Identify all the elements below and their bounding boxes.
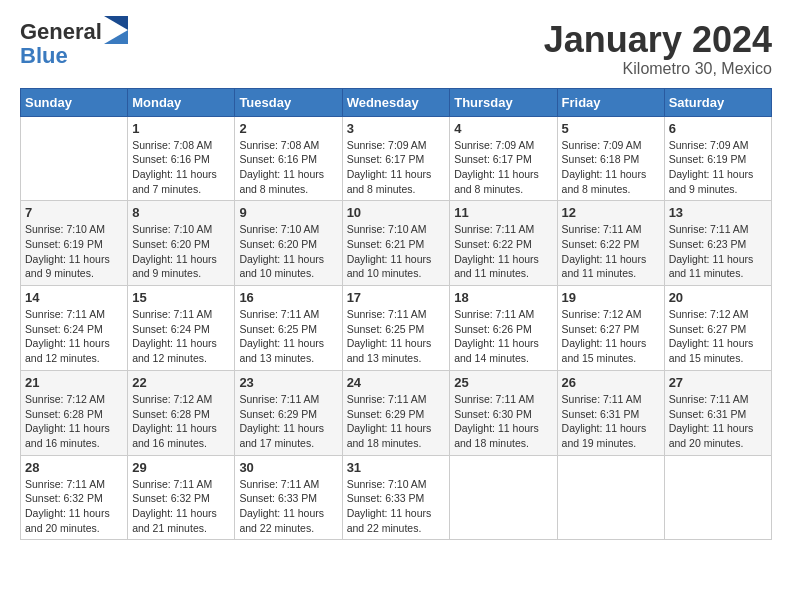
day-info: Sunrise: 7:09 AM Sunset: 6:19 PM Dayligh… <box>669 138 767 197</box>
day-number: 24 <box>347 375 446 390</box>
calendar-header-row: SundayMondayTuesdayWednesdayThursdayFrid… <box>21 88 772 116</box>
calendar-cell: 22Sunrise: 7:12 AM Sunset: 6:28 PM Dayli… <box>128 370 235 455</box>
day-number: 19 <box>562 290 660 305</box>
day-number: 25 <box>454 375 552 390</box>
day-number: 1 <box>132 121 230 136</box>
day-info: Sunrise: 7:12 AM Sunset: 6:28 PM Dayligh… <box>132 392 230 451</box>
calendar-cell: 12Sunrise: 7:11 AM Sunset: 6:22 PM Dayli… <box>557 201 664 286</box>
day-info: Sunrise: 7:10 AM Sunset: 6:20 PM Dayligh… <box>239 222 337 281</box>
logo-general: General <box>20 20 102 44</box>
day-number: 3 <box>347 121 446 136</box>
month-title: January 2024 <box>544 20 772 60</box>
logo-icon <box>104 16 128 44</box>
calendar-cell: 16Sunrise: 7:11 AM Sunset: 6:25 PM Dayli… <box>235 286 342 371</box>
day-number: 10 <box>347 205 446 220</box>
day-info: Sunrise: 7:09 AM Sunset: 6:18 PM Dayligh… <box>562 138 660 197</box>
day-number: 30 <box>239 460 337 475</box>
day-number: 18 <box>454 290 552 305</box>
day-info: Sunrise: 7:10 AM Sunset: 6:20 PM Dayligh… <box>132 222 230 281</box>
day-number: 8 <box>132 205 230 220</box>
day-info: Sunrise: 7:11 AM Sunset: 6:29 PM Dayligh… <box>347 392 446 451</box>
header-sunday: Sunday <box>21 88 128 116</box>
day-number: 6 <box>669 121 767 136</box>
svg-marker-0 <box>104 30 128 44</box>
calendar-week-row: 7Sunrise: 7:10 AM Sunset: 6:19 PM Daylig… <box>21 201 772 286</box>
header-monday: Monday <box>128 88 235 116</box>
day-info: Sunrise: 7:11 AM Sunset: 6:25 PM Dayligh… <box>239 307 337 366</box>
calendar-cell: 24Sunrise: 7:11 AM Sunset: 6:29 PM Dayli… <box>342 370 450 455</box>
title-block: January 2024 Kilometro 30, Mexico <box>544 20 772 78</box>
day-info: Sunrise: 7:11 AM Sunset: 6:23 PM Dayligh… <box>669 222 767 281</box>
calendar-cell: 28Sunrise: 7:11 AM Sunset: 6:32 PM Dayli… <box>21 455 128 540</box>
day-number: 26 <box>562 375 660 390</box>
calendar-cell: 23Sunrise: 7:11 AM Sunset: 6:29 PM Dayli… <box>235 370 342 455</box>
day-number: 28 <box>25 460 123 475</box>
day-info: Sunrise: 7:11 AM Sunset: 6:31 PM Dayligh… <box>562 392 660 451</box>
calendar-cell: 7Sunrise: 7:10 AM Sunset: 6:19 PM Daylig… <box>21 201 128 286</box>
day-info: Sunrise: 7:12 AM Sunset: 6:28 PM Dayligh… <box>25 392 123 451</box>
calendar-cell: 11Sunrise: 7:11 AM Sunset: 6:22 PM Dayli… <box>450 201 557 286</box>
header-tuesday: Tuesday <box>235 88 342 116</box>
day-number: 31 <box>347 460 446 475</box>
calendar-cell: 21Sunrise: 7:12 AM Sunset: 6:28 PM Dayli… <box>21 370 128 455</box>
calendar-cell <box>450 455 557 540</box>
day-number: 4 <box>454 121 552 136</box>
header-friday: Friday <box>557 88 664 116</box>
calendar-cell: 29Sunrise: 7:11 AM Sunset: 6:32 PM Dayli… <box>128 455 235 540</box>
day-info: Sunrise: 7:11 AM Sunset: 6:24 PM Dayligh… <box>25 307 123 366</box>
svg-marker-1 <box>104 16 128 30</box>
day-info: Sunrise: 7:11 AM Sunset: 6:30 PM Dayligh… <box>454 392 552 451</box>
calendar-cell: 13Sunrise: 7:11 AM Sunset: 6:23 PM Dayli… <box>664 201 771 286</box>
calendar-cell: 30Sunrise: 7:11 AM Sunset: 6:33 PM Dayli… <box>235 455 342 540</box>
day-number: 9 <box>239 205 337 220</box>
day-number: 20 <box>669 290 767 305</box>
day-number: 11 <box>454 205 552 220</box>
day-number: 14 <box>25 290 123 305</box>
day-info: Sunrise: 7:11 AM Sunset: 6:33 PM Dayligh… <box>239 477 337 536</box>
calendar-week-row: 14Sunrise: 7:11 AM Sunset: 6:24 PM Dayli… <box>21 286 772 371</box>
calendar-cell: 17Sunrise: 7:11 AM Sunset: 6:25 PM Dayli… <box>342 286 450 371</box>
calendar-cell: 26Sunrise: 7:11 AM Sunset: 6:31 PM Dayli… <box>557 370 664 455</box>
day-number: 12 <box>562 205 660 220</box>
day-info: Sunrise: 7:12 AM Sunset: 6:27 PM Dayligh… <box>669 307 767 366</box>
day-number: 23 <box>239 375 337 390</box>
calendar-cell: 27Sunrise: 7:11 AM Sunset: 6:31 PM Dayli… <box>664 370 771 455</box>
day-number: 27 <box>669 375 767 390</box>
day-info: Sunrise: 7:11 AM Sunset: 6:29 PM Dayligh… <box>239 392 337 451</box>
day-info: Sunrise: 7:08 AM Sunset: 6:16 PM Dayligh… <box>239 138 337 197</box>
day-info: Sunrise: 7:11 AM Sunset: 6:22 PM Dayligh… <box>562 222 660 281</box>
day-number: 2 <box>239 121 337 136</box>
header-saturday: Saturday <box>664 88 771 116</box>
day-info: Sunrise: 7:10 AM Sunset: 6:33 PM Dayligh… <box>347 477 446 536</box>
calendar-cell <box>664 455 771 540</box>
calendar-cell: 8Sunrise: 7:10 AM Sunset: 6:20 PM Daylig… <box>128 201 235 286</box>
calendar-cell: 9Sunrise: 7:10 AM Sunset: 6:20 PM Daylig… <box>235 201 342 286</box>
calendar-cell: 20Sunrise: 7:12 AM Sunset: 6:27 PM Dayli… <box>664 286 771 371</box>
day-number: 5 <box>562 121 660 136</box>
calendar-cell: 3Sunrise: 7:09 AM Sunset: 6:17 PM Daylig… <box>342 116 450 201</box>
calendar-cell <box>21 116 128 201</box>
calendar-cell: 10Sunrise: 7:10 AM Sunset: 6:21 PM Dayli… <box>342 201 450 286</box>
day-info: Sunrise: 7:12 AM Sunset: 6:27 PM Dayligh… <box>562 307 660 366</box>
day-info: Sunrise: 7:11 AM Sunset: 6:32 PM Dayligh… <box>132 477 230 536</box>
day-number: 21 <box>25 375 123 390</box>
day-number: 22 <box>132 375 230 390</box>
calendar-week-row: 28Sunrise: 7:11 AM Sunset: 6:32 PM Dayli… <box>21 455 772 540</box>
logo-blue: Blue <box>20 43 68 68</box>
calendar-cell: 15Sunrise: 7:11 AM Sunset: 6:24 PM Dayli… <box>128 286 235 371</box>
calendar-cell: 19Sunrise: 7:12 AM Sunset: 6:27 PM Dayli… <box>557 286 664 371</box>
day-info: Sunrise: 7:11 AM Sunset: 6:31 PM Dayligh… <box>669 392 767 451</box>
calendar-cell: 1Sunrise: 7:08 AM Sunset: 6:16 PM Daylig… <box>128 116 235 201</box>
day-number: 7 <box>25 205 123 220</box>
day-number: 29 <box>132 460 230 475</box>
day-info: Sunrise: 7:10 AM Sunset: 6:19 PM Dayligh… <box>25 222 123 281</box>
calendar-cell: 4Sunrise: 7:09 AM Sunset: 6:17 PM Daylig… <box>450 116 557 201</box>
day-number: 16 <box>239 290 337 305</box>
calendar-cell <box>557 455 664 540</box>
day-info: Sunrise: 7:09 AM Sunset: 6:17 PM Dayligh… <box>454 138 552 197</box>
calendar-cell: 5Sunrise: 7:09 AM Sunset: 6:18 PM Daylig… <box>557 116 664 201</box>
day-info: Sunrise: 7:11 AM Sunset: 6:22 PM Dayligh… <box>454 222 552 281</box>
calendar-week-row: 1Sunrise: 7:08 AM Sunset: 6:16 PM Daylig… <box>21 116 772 201</box>
location-subtitle: Kilometro 30, Mexico <box>544 60 772 78</box>
day-number: 17 <box>347 290 446 305</box>
